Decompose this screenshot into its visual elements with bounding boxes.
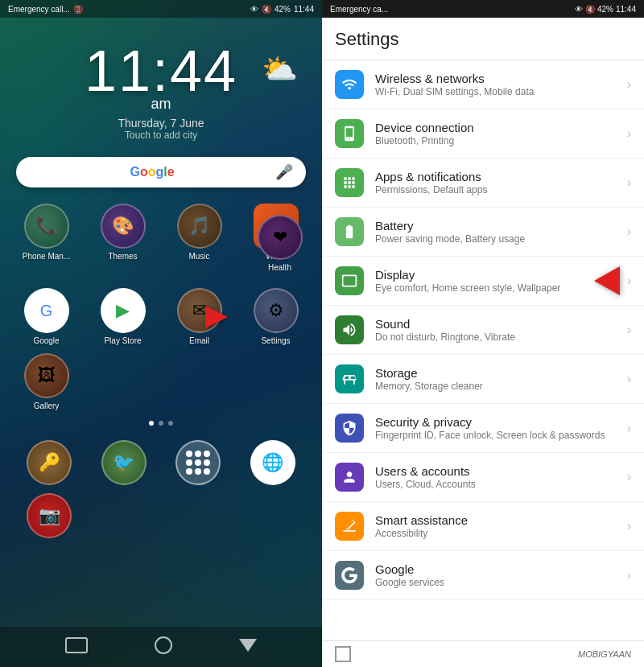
users-text: Users & accounts Users, Cloud, Accounts (375, 464, 621, 490)
app-item-settings[interactable]: ⚙ Settings (242, 288, 310, 345)
users-icon (335, 463, 364, 492)
phone-manager-icon: 📞 (24, 204, 69, 249)
mic-icon[interactable]: 🎤 (275, 163, 293, 181)
battery-left: 42% (275, 5, 291, 14)
recents-button[interactable] (65, 637, 88, 653)
wireless-name: Wireless & networks (375, 72, 621, 85)
app-item-themes[interactable]: 🎨 Themes (89, 204, 157, 261)
settings-app-icon: ⚙ (254, 288, 299, 333)
apps-text: Apps & notifications Permissions, Defaul… (375, 170, 621, 196)
google-search-bar[interactable]: Google 🎤 (16, 157, 306, 187)
dot-1 (149, 421, 154, 426)
google-settings-sub: Google services (375, 577, 621, 588)
app-item-health[interactable]: ❤ Health (237, 215, 322, 272)
security-name: Security & privacy (375, 415, 621, 429)
music-label: Music (188, 252, 209, 261)
email-label: Email (189, 336, 209, 345)
health-icon: ❤ (258, 215, 303, 260)
themes-icon: 🎨 (101, 204, 146, 249)
date-label: Thursday, 7 June (0, 117, 322, 130)
users-sub: Users, Cloud, Accounts (375, 479, 621, 490)
gallery-icon: 🖼 (24, 353, 69, 398)
settings-item-smart[interactable]: Smart assistance Accessibility › (322, 502, 644, 551)
dock-icon-1: 🔑 (27, 440, 72, 485)
dock-item-apps[interactable] (165, 440, 232, 485)
settings-item-device[interactable]: Device connection Bluetooth, Printing › (322, 109, 644, 159)
display-sub: Eye comfort, Home screen style, Wallpape… (375, 282, 621, 294)
app-item-phone-manager[interactable]: 📞 Phone Man... (12, 204, 80, 261)
sound-text: Sound Do not disturb, Ringtone, Vibrate (375, 317, 621, 343)
left-panel: Emergency call... 📵 👁 🔇 42% 11:44 11:44 … (0, 0, 322, 667)
security-chevron: › (627, 421, 631, 435)
settings-title: Settings (335, 29, 631, 50)
settings-item-apps[interactable]: Apps & notifications Permissions, Defaul… (322, 159, 644, 208)
settings-list: Wireless & networks Wi-Fi, Dual SIM sett… (322, 60, 644, 640)
settings-item-users[interactable]: Users & accounts Users, Cloud, Accounts … (322, 453, 644, 502)
battery-icon (335, 217, 364, 246)
security-text: Security & privacy Fingerprint ID, Face … (375, 415, 621, 441)
nav-bar-left (0, 627, 322, 667)
dock-icon-2: 🐦 (101, 440, 147, 485)
app-item-google[interactable]: G Google (12, 288, 80, 345)
storage-sub: Memory, Storage cleaner (375, 381, 621, 392)
apps-name: Apps & notifications (375, 170, 621, 183)
gallery-label: Gallery (34, 401, 60, 410)
am-pm-label: am (0, 96, 322, 113)
dock-item-chrome[interactable]: 🌐 (240, 440, 307, 485)
users-chevron: › (627, 470, 631, 484)
emergency-call-right: Emergency ca... (330, 5, 388, 14)
settings-item-security[interactable]: Security & privacy Fingerprint ID, Face … (322, 404, 644, 453)
status-bar-right: Emergency ca... 👁 🔇 42% 11:44 (322, 0, 644, 18)
status-bar-left: Emergency call... 📵 👁 🔇 42% 11:44 (0, 0, 322, 18)
bottom-checkbox (335, 646, 351, 662)
health-label: Health (268, 263, 291, 272)
clock-display: 11:44 (0, 42, 322, 100)
sound-icon (335, 315, 364, 344)
home-button[interactable] (155, 636, 172, 654)
app-item-gallery[interactable]: 🖼 Gallery (12, 353, 80, 410)
security-sub: Fingerprint ID, Face unlock, Screen lock… (375, 430, 621, 441)
display-text: Display Eye comfort, Home screen style, … (375, 268, 621, 294)
device-name: Device connection (375, 121, 621, 134)
eye-icon-right: 👁 (575, 5, 583, 14)
app-item-playstore[interactable]: ▶ Play Store (89, 288, 157, 345)
device-sub: Bluetooth, Printing (375, 135, 621, 146)
dock-item-2[interactable]: 🐦 (91, 440, 158, 485)
storage-chevron: › (627, 372, 631, 386)
storage-icon (335, 364, 364, 393)
themes-label: Themes (108, 252, 137, 261)
settings-item-wireless[interactable]: Wireless & networks Wi-Fi, Dual SIM sett… (322, 60, 644, 109)
sound-name: Sound (375, 317, 621, 331)
settings-item-storage[interactable]: Storage Memory, Storage cleaner › (322, 355, 644, 404)
watermark: MOBIGYAAN (578, 649, 631, 659)
settings-item-battery[interactable]: Battery Power saving mode, Battery usage… (322, 208, 644, 257)
page-indicators (0, 421, 322, 426)
emergency-call-label: Emergency call... (8, 5, 70, 14)
settings-item-google[interactable]: Google Google services › (322, 551, 644, 600)
storage-text: Storage Memory, Storage cleaner (375, 366, 621, 392)
app-item-music[interactable]: 🎵 Music (165, 204, 233, 261)
lock-time: 11:44 am Thursday, 7 June Touch to add c… (0, 18, 322, 145)
time-left: 11:44 (294, 5, 314, 14)
all-apps-icon (175, 440, 221, 485)
google-settings-icon (335, 561, 364, 590)
playstore-icon: ▶ (101, 288, 146, 333)
music-icon: 🎵 (177, 204, 222, 249)
back-button[interactable] (239, 639, 257, 652)
dock: 🔑 🐦 🌐 📷 (0, 436, 322, 542)
notification-icon: 📵 (73, 5, 83, 14)
google-settings-name: Google (375, 562, 621, 576)
display-chevron: › (627, 274, 631, 288)
dock-item-1[interactable]: 🔑 (16, 440, 83, 485)
settings-item-display[interactable]: Display Eye comfort, Home screen style, … (322, 257, 644, 306)
smart-sub: Accessibility (375, 528, 621, 539)
wireless-text: Wireless & networks Wi-Fi, Dual SIM sett… (375, 72, 621, 97)
battery-sub: Power saving mode, Battery usage (375, 233, 621, 245)
dock-item-camera[interactable]: 📷 (16, 493, 83, 538)
storage-name: Storage (375, 366, 621, 380)
settings-item-sound[interactable]: Sound Do not disturb, Ringtone, Vibrate … (322, 306, 644, 355)
google-app-icon: G (24, 288, 69, 333)
bottom-bar: MOBIGYAAN (322, 640, 644, 667)
settings-header: Settings (322, 18, 644, 60)
right-panel: Emergency ca... 👁 🔇 42% 11:44 Settings W… (322, 0, 644, 667)
